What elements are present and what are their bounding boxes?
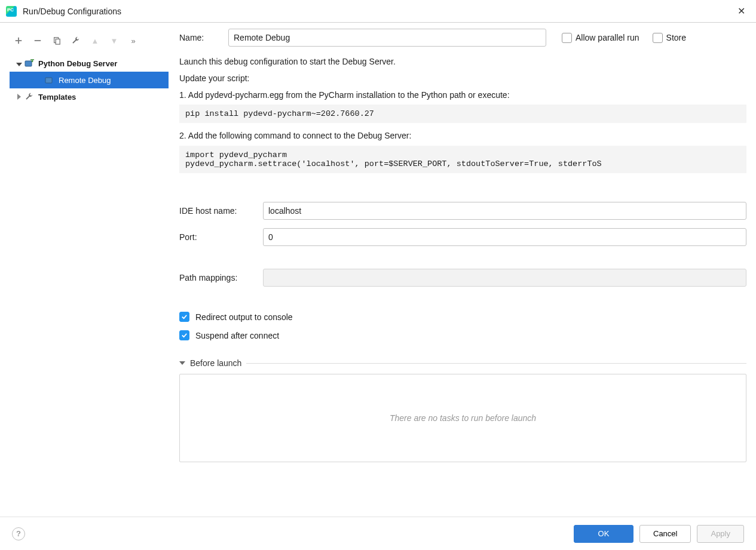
- svg-rect-3: [25, 61, 32, 66]
- before-launch-header[interactable]: Before launch: [179, 358, 746, 368]
- svg-rect-2: [56, 39, 60, 44]
- copy-icon[interactable]: [51, 35, 62, 46]
- wrench-icon: [24, 92, 35, 102]
- remove-icon[interactable]: [32, 35, 43, 46]
- allow-parallel-label: Allow parallel run: [576, 33, 639, 42]
- update-script-label: Update your script:: [179, 72, 746, 86]
- window-title: Run/Debug Configurations: [23, 7, 121, 16]
- tree-group-label: Templates: [38, 93, 76, 102]
- tree-item-label: Remote Debug: [59, 76, 111, 85]
- tree-group-python-debug-server[interactable]: Python Debug Server: [10, 55, 169, 72]
- close-icon[interactable]: ✕: [733, 3, 750, 19]
- launch-description: Launch this debug configuration to start…: [179, 55, 746, 69]
- main-panel: Name: Allow parallel run Store Launch th…: [169, 29, 756, 517]
- chevron-down-icon[interactable]: [14, 59, 24, 68]
- help-icon[interactable]: ?: [12, 527, 25, 540]
- name-input[interactable]: [228, 29, 546, 47]
- port-label: Port:: [179, 232, 263, 242]
- chevron-down-icon[interactable]: [179, 361, 185, 365]
- store-label: Store: [666, 33, 686, 42]
- svg-rect-0: [35, 40, 41, 41]
- settrace-code[interactable]: import pydevd_pycharm pydevd_pycharm.set…: [179, 146, 746, 173]
- allow-parallel-checkbox[interactable]: [562, 33, 572, 43]
- config-tree: Python Debug Server Remote Debug Templat…: [10, 53, 169, 517]
- name-label: Name:: [179, 33, 228, 42]
- apply-button[interactable]: Apply: [697, 525, 744, 543]
- suspend-connect-label: Suspend after connect: [195, 331, 279, 340]
- before-launch-label: Before launch: [190, 358, 241, 368]
- svg-rect-4: [45, 78, 52, 83]
- host-label: IDE host name:: [179, 206, 263, 216]
- config-toolbar: ▲ ▼ »: [10, 29, 169, 53]
- step1-text: 1. Add pydevd-pycharm.egg from the PyCha…: [179, 88, 746, 103]
- cancel-button[interactable]: Cancel: [639, 525, 691, 543]
- edit-icon[interactable]: [71, 35, 81, 46]
- tree-group-label: Python Debug Server: [38, 59, 117, 68]
- suspend-connect-checkbox[interactable]: [179, 330, 189, 340]
- mappings-label: Path mappings:: [179, 273, 263, 282]
- dialog-footer: ? OK Cancel Apply: [0, 517, 756, 550]
- sidebar: ▲ ▼ » Python Debug Server Remote Debug T…: [0, 29, 169, 517]
- chevron-right-icon[interactable]: [14, 93, 24, 102]
- pip-install-code[interactable]: pip install pydevd-pycharm~=202.7660.27: [179, 105, 746, 123]
- host-input[interactable]: [263, 202, 746, 220]
- step2-text: 2. Add the following command to connect …: [179, 129, 746, 143]
- titlebar: Run/Debug Configurations ✕: [0, 0, 756, 23]
- pycharm-icon: [6, 6, 17, 17]
- port-input[interactable]: [263, 228, 746, 246]
- add-icon[interactable]: [13, 35, 24, 46]
- store-checkbox[interactable]: [653, 33, 663, 43]
- before-launch-list[interactable]: There are no tasks to run before launch: [179, 374, 746, 462]
- move-up-icon[interactable]: ▲: [90, 35, 100, 46]
- python-debug-icon: [44, 75, 55, 85]
- more-icon[interactable]: »: [128, 35, 139, 46]
- ok-button[interactable]: OK: [574, 525, 633, 543]
- move-down-icon[interactable]: ▼: [109, 35, 120, 46]
- redirect-output-checkbox[interactable]: [179, 312, 189, 322]
- before-launch-empty: There are no tasks to run before launch: [390, 413, 536, 423]
- path-mappings-input[interactable]: [263, 269, 746, 287]
- tree-group-templates[interactable]: Templates: [10, 88, 169, 105]
- redirect-output-label: Redirect output to console: [195, 312, 293, 322]
- python-debug-icon: [24, 59, 35, 68]
- tree-item-remote-debug[interactable]: Remote Debug: [10, 72, 169, 88]
